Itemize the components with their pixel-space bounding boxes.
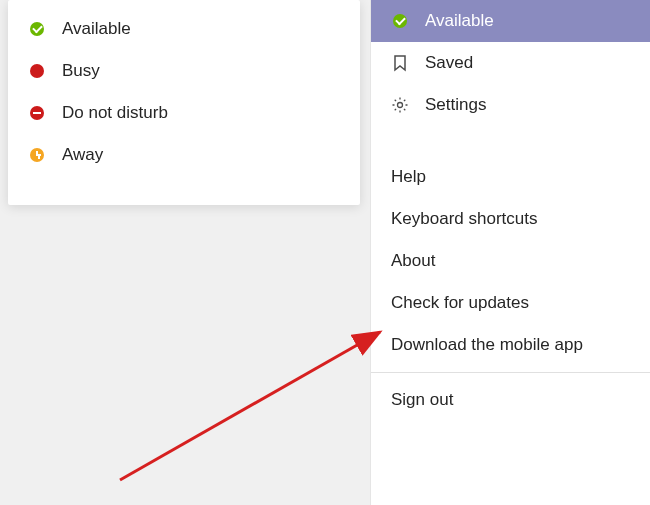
menu-label: Keyboard shortcuts: [391, 209, 537, 229]
menu-label: Download the mobile app: [391, 335, 583, 355]
menu-label: About: [391, 251, 435, 271]
svg-line-2: [120, 332, 380, 480]
menu-keyboard-shortcuts[interactable]: Keyboard shortcuts: [371, 198, 650, 240]
menu-help[interactable]: Help: [371, 156, 650, 198]
menu-settings[interactable]: Settings: [371, 84, 650, 126]
status-submenu: Available Busy Do not disturb Away: [8, 0, 360, 205]
available-icon: [391, 12, 409, 30]
dnd-icon: [30, 106, 44, 120]
menu-available[interactable]: Available: [371, 0, 650, 42]
menu-about[interactable]: About: [371, 240, 650, 282]
away-icon: [30, 148, 44, 162]
menu-label: Help: [391, 167, 426, 187]
profile-menu: Available Saved Settings Help Keyboard s…: [370, 0, 650, 505]
menu-label: Check for updates: [391, 293, 529, 313]
menu-check-for-updates[interactable]: Check for updates: [371, 282, 650, 324]
busy-icon: [30, 64, 44, 78]
menu-label: Sign out: [391, 390, 453, 410]
menu-download-mobile[interactable]: Download the mobile app: [371, 324, 650, 366]
menu-sign-out[interactable]: Sign out: [371, 379, 650, 421]
menu-label: Available: [425, 11, 494, 31]
menu-saved[interactable]: Saved: [371, 42, 650, 84]
status-label: Busy: [62, 61, 100, 81]
annotation-arrow: [110, 320, 400, 490]
status-label: Available: [62, 19, 131, 39]
gear-icon: [391, 96, 409, 114]
menu-label: Saved: [425, 53, 473, 73]
menu-label: Settings: [425, 95, 486, 115]
status-label: Away: [62, 145, 103, 165]
available-icon: [30, 22, 44, 36]
status-away[interactable]: Away: [8, 134, 360, 176]
status-do-not-disturb[interactable]: Do not disturb: [8, 92, 360, 134]
bookmark-icon: [391, 54, 409, 72]
status-available[interactable]: Available: [8, 8, 360, 50]
svg-point-0: [398, 103, 403, 108]
status-label: Do not disturb: [62, 103, 168, 123]
menu-divider: [371, 372, 650, 373]
status-busy[interactable]: Busy: [8, 50, 360, 92]
